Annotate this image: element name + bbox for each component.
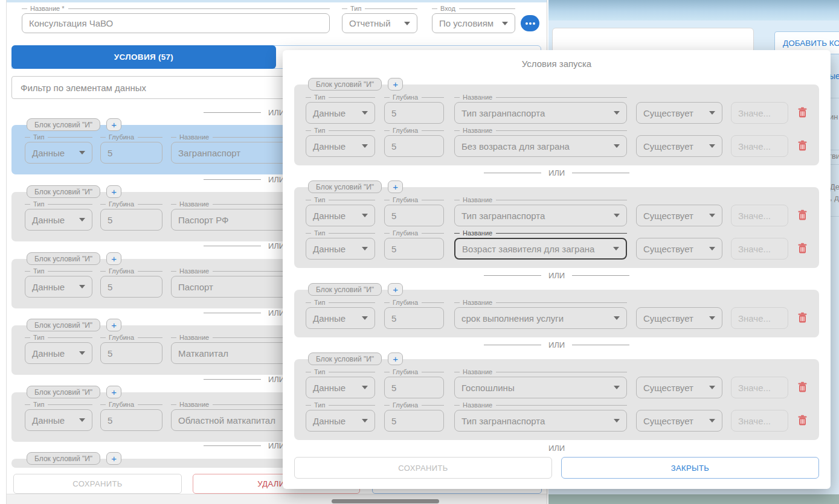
depth-field[interactable]: Глубина 5 <box>384 127 444 157</box>
name-select-value[interactable]: Тип загранпаспорта <box>454 102 627 124</box>
value-field[interactable]: Значе... <box>731 368 788 398</box>
save-button[interactable]: СОХРАНИТЬ <box>294 457 552 479</box>
add-condition-button[interactable]: + <box>106 118 121 131</box>
operator-select[interactable]: Существует <box>636 127 722 157</box>
type-select[interactable]: Тип Данные <box>25 133 92 164</box>
operator-select[interactable]: Существует <box>636 368 722 398</box>
type-select[interactable]: Тип Данные <box>25 267 92 298</box>
type-select[interactable]: Тип Данные <box>306 94 375 124</box>
name-select[interactable]: Название Тип загранпаспорта <box>454 196 627 226</box>
operator-select-value[interactable]: Существует <box>636 102 722 124</box>
depth-field-value[interactable]: 5 <box>384 205 444 226</box>
entry-select[interactable]: Вход По условиям <box>432 5 515 33</box>
operator-select-value[interactable]: Существует <box>636 377 722 398</box>
type-select-value[interactable]: Данные <box>306 238 375 260</box>
depth-field[interactable]: Глубина 5 <box>384 368 444 398</box>
depth-field-value[interactable]: 5 <box>100 342 162 364</box>
comment-bubble-icon[interactable] <box>521 15 539 31</box>
depth-field-value[interactable]: 5 <box>384 377 444 398</box>
name-select-value[interactable]: Без возраста для заграна <box>454 135 627 157</box>
and-block-chip[interactable]: Блок условий "И" <box>27 185 100 198</box>
depth-field-value[interactable]: 5 <box>100 142 162 164</box>
name-select-value[interactable]: Тип загранпаспорта <box>454 410 627 432</box>
operator-select-value[interactable]: Существует <box>636 238 722 260</box>
operator-select[interactable]: Существует <box>636 229 722 260</box>
type-select-value[interactable]: Отчетный <box>342 13 417 33</box>
name-select[interactable]: Название Госпошлины <box>454 368 627 398</box>
depth-field[interactable]: Глубина 5 <box>100 133 162 164</box>
trash-icon[interactable] <box>797 107 808 118</box>
and-block-chip[interactable]: Блок условий "И" <box>308 78 382 91</box>
value-field-input[interactable]: Значе... <box>731 410 788 432</box>
value-field-input[interactable]: Значе... <box>731 307 788 329</box>
depth-field-value[interactable]: 5 <box>384 238 444 260</box>
depth-field-value[interactable]: 5 <box>384 102 444 124</box>
and-block-chip[interactable]: Блок условий "И" <box>308 180 382 193</box>
type-select[interactable]: Тип Данные <box>25 401 92 431</box>
type-select[interactable]: Тип Данные <box>25 334 92 364</box>
and-block-chip[interactable]: Блок условий "И" <box>308 352 382 365</box>
add-condition-button[interactable]: + <box>106 452 121 465</box>
name-select[interactable]: Название Тип загранпаспорта <box>454 94 627 124</box>
name-select-value[interactable]: срок выполнения услуги <box>454 307 627 329</box>
trash-icon[interactable] <box>797 140 808 152</box>
value-field[interactable]: Значе... <box>731 299 788 329</box>
scrollbar-thumb[interactable] <box>332 499 439 503</box>
add-condition-button[interactable]: + <box>106 252 121 265</box>
type-select-value[interactable]: Данные <box>25 142 92 164</box>
add-condition-button[interactable]: + <box>106 386 121 398</box>
operator-select[interactable]: Существует <box>636 401 722 432</box>
value-field[interactable]: Значе... <box>731 127 788 157</box>
name-select[interactable]: Название срок выполнения услуги <box>454 299 627 329</box>
depth-field-value[interactable]: 5 <box>384 135 444 157</box>
depth-field-value[interactable]: 5 <box>384 307 444 329</box>
trash-icon[interactable] <box>797 415 808 426</box>
value-field[interactable]: Значе... <box>731 401 788 432</box>
value-field[interactable]: Значе... <box>731 229 788 260</box>
depth-field[interactable]: Глубина 5 <box>100 401 162 431</box>
type-select-value[interactable]: Данные <box>306 377 375 398</box>
type-select-value[interactable]: Данные <box>306 102 375 124</box>
depth-field[interactable]: Глубина 5 <box>384 229 444 260</box>
type-select[interactable]: Тип Данные <box>25 200 92 231</box>
value-field-input[interactable]: Значе... <box>731 205 788 226</box>
value-field-input[interactable]: Значе... <box>731 135 788 157</box>
depth-field[interactable]: Глубина 5 <box>100 334 162 364</box>
and-block-chip[interactable]: Блок условий "И" <box>27 252 100 265</box>
type-select[interactable]: Тип Данные <box>306 127 375 157</box>
depth-field[interactable]: Глубина 5 <box>384 94 444 124</box>
name-select[interactable]: Название Тип загранпаспорта <box>454 401 627 432</box>
close-button[interactable]: ЗАКРЫТЬ <box>561 457 819 479</box>
trash-icon[interactable] <box>797 312 808 324</box>
depth-field[interactable]: Глубина 5 <box>384 401 444 432</box>
name-select-focused[interactable]: Название Возраст заявителя для заграна <box>454 229 627 260</box>
name-select-value[interactable]: Тип загранпаспорта <box>454 205 627 226</box>
type-select-value[interactable]: Данные <box>25 209 92 231</box>
entry-select-value[interactable]: По условиям <box>432 13 515 33</box>
type-select-value[interactable]: Данные <box>306 410 375 432</box>
save-button[interactable]: СОХРАНИТЬ <box>13 474 182 494</box>
and-block-chip[interactable]: Блок условий "И" <box>27 452 100 465</box>
type-select-value[interactable]: Данные <box>25 342 92 364</box>
add-condition-button[interactable]: + <box>388 352 403 365</box>
operator-select-value[interactable]: Существует <box>636 205 722 226</box>
type-select-value[interactable]: Данные <box>25 276 92 298</box>
add-condition-button[interactable]: + <box>388 78 403 91</box>
operator-select-value[interactable]: Существует <box>636 307 722 329</box>
name-select-value[interactable]: Возраст заявителя для заграна <box>454 238 627 260</box>
and-block-chip[interactable]: Блок условий "И" <box>27 386 100 398</box>
type-select[interactable]: Тип Данные <box>306 368 375 398</box>
type-select-value[interactable]: Данные <box>306 205 375 226</box>
depth-field-value[interactable]: 5 <box>100 209 162 231</box>
type-select-value[interactable]: Данные <box>306 135 375 157</box>
depth-field-value[interactable]: 5 <box>100 276 162 298</box>
depth-field[interactable]: Глубина 5 <box>100 267 162 298</box>
depth-field-value[interactable]: 5 <box>384 410 444 432</box>
add-condition-button[interactable]: + <box>106 185 121 198</box>
add-condition-button[interactable]: + <box>388 180 403 193</box>
add-condition-button[interactable]: + <box>106 319 121 331</box>
name-field-input[interactable]: Консультация ЧаВО <box>22 13 330 33</box>
name-select[interactable]: Название Без возраста для заграна <box>454 127 627 157</box>
type-select[interactable]: Тип Данные <box>306 401 375 432</box>
depth-field-value[interactable]: 5 <box>100 409 162 431</box>
